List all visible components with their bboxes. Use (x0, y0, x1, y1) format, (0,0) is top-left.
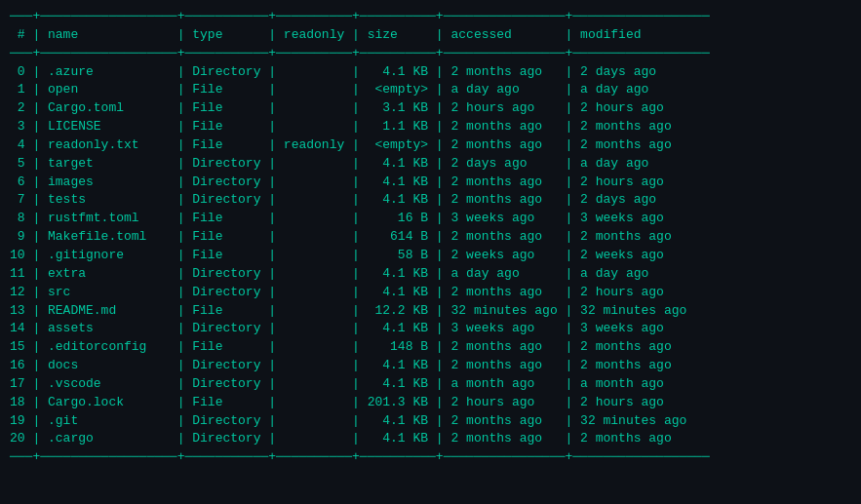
terminal-window: ───+──────────────────+───────────+─────… (10, 8, 851, 467)
table-container: ───+──────────────────+───────────+─────… (10, 8, 851, 467)
